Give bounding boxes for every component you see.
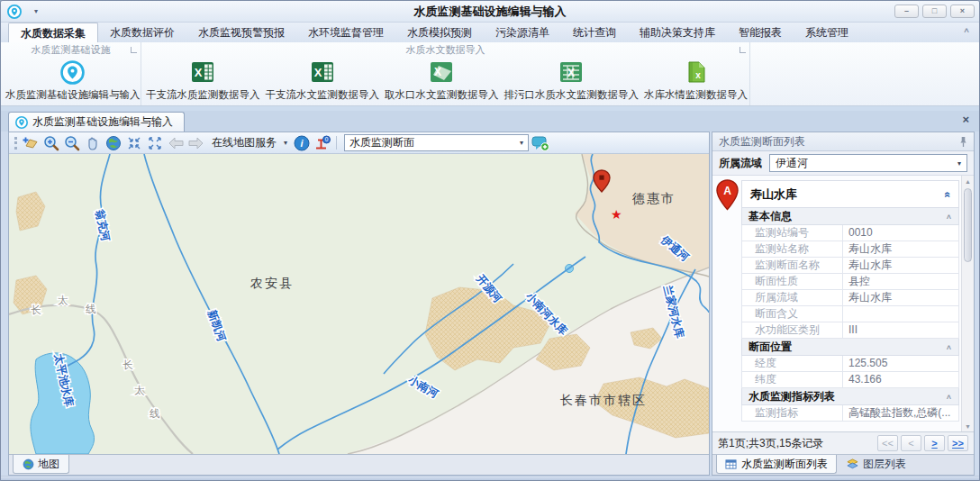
property-row[interactable]: 断面含义 <box>741 306 959 322</box>
document-tab-facility-edit[interactable]: 水质监测基础设施编辑与输入 <box>8 112 185 132</box>
map-toolbar: 在线地图服务 ▾ i 0 水质监测断面 <box>9 132 709 154</box>
btn-import-intake-hydro[interactable]: X 取水口水文监测数据导入 <box>382 58 502 104</box>
basin-filter-row: 所属流域 伊通河 ▾ <box>712 151 974 175</box>
full-extent-button[interactable] <box>104 134 122 152</box>
panel-scrollbar[interactable]: ▲ ▼ <box>961 176 974 431</box>
map-tab-strip: 地图 <box>9 454 709 475</box>
maximize-button[interactable]: □ <box>922 5 947 18</box>
ribbon-tab-data-collect[interactable]: 水质数据采集 <box>8 23 98 42</box>
map-star-marker[interactable]: ★ <box>611 207 622 222</box>
ribbon-tab-monitor-warn[interactable]: 水质监视预警预报 <box>186 23 296 42</box>
chevron-up-icon: ∧ <box>946 343 952 351</box>
dialog-launcher-icon[interactable] <box>740 47 746 53</box>
btn-import-outfall-quality-hydro[interactable]: X 排污口水质水文监测数据导入 <box>502 58 642 104</box>
section-position[interactable]: 断面位置 ∧ <box>741 339 959 356</box>
document-close-icon[interactable]: × <box>962 113 969 125</box>
excel-icon: X <box>191 60 214 84</box>
property-row[interactable]: 水功能区类别 III <box>741 322 959 339</box>
excel-file-icon: x <box>685 60 708 84</box>
identify-button[interactable]: i <box>293 134 311 152</box>
scroll-up-icon[interactable]: ▲ <box>962 176 974 186</box>
scroll-down-icon[interactable]: ▼ <box>962 421 974 431</box>
prev-page-button[interactable]: < <box>901 435 921 451</box>
pushpin-icon[interactable] <box>959 136 967 148</box>
zoom-full-extent-button[interactable] <box>146 134 164 152</box>
pagination-bar: 第1页;共3页,15条记录 << < > >> <box>712 431 974 454</box>
table-icon <box>725 458 737 470</box>
ribbon-tab-simulation[interactable]: 水质模拟预测 <box>395 23 484 42</box>
pan-button[interactable] <box>84 134 102 152</box>
ribbon-collapse-icon[interactable]: ∧ <box>963 26 970 34</box>
combobox-caret-icon: ▾ <box>955 159 964 168</box>
online-map-service-button[interactable]: 在线地图服务 <box>208 135 278 150</box>
ribbon-tab-env-manage[interactable]: 水环境监督管理 <box>296 23 395 42</box>
ribbon-tab-smart-report[interactable]: 智能报表 <box>727 23 794 42</box>
section-basic-info[interactable]: 基本信息 ∧ <box>741 208 959 225</box>
ribbon-tab-system[interactable]: 系统管理 <box>794 23 860 42</box>
property-row[interactable]: 所属流域 寿山水库 <box>741 290 959 306</box>
measure-locate-button[interactable]: 0 <box>313 134 331 152</box>
window-title: 水质监测基础设施编辑与输入 <box>1 4 979 20</box>
zoom-in-button[interactable] <box>42 134 60 152</box>
basin-combobox[interactable]: 伊通河 ▾ <box>769 154 967 172</box>
svg-text:线: 线 <box>150 408 160 419</box>
ribbon-tab-statistics[interactable]: 统计查询 <box>561 23 628 42</box>
tab-section-list[interactable]: 水质监测断面列表 <box>716 455 837 474</box>
property-row[interactable]: 经度 125.505 <box>741 356 959 372</box>
tab-map[interactable]: 地图 <box>13 455 69 474</box>
nav-back-button[interactable] <box>167 134 185 152</box>
add-annotation-button[interactable] <box>531 134 549 152</box>
btn-import-reservoir-regime[interactable]: x 水库水情监测数据导入 <box>641 58 750 104</box>
ribbon-tab-bar: 水质数据采集 水质数据评价 水质监视预警预报 水环境监督管理 水质模拟预测 污染… <box>1 23 979 42</box>
ribbon-tab-data-eval[interactable]: 水质数据评价 <box>98 23 186 42</box>
property-row[interactable]: 监测指标 高锰酸盐指数,总磷(... <box>741 405 959 422</box>
measure-icon: 0 <box>314 135 331 151</box>
info-icon: i <box>294 135 310 151</box>
btn-import-mainstream-hydro[interactable]: X 干支流水文监测数据导入 <box>263 58 383 104</box>
arrows-outward-icon <box>147 135 163 151</box>
globe-icon <box>23 458 34 470</box>
last-page-button[interactable]: >> <box>948 435 968 451</box>
property-row[interactable]: 监测断面名称 寿山水库 <box>741 258 959 274</box>
excel-grid-icon: X <box>559 60 583 84</box>
excel-icon: X <box>311 60 334 84</box>
map-canvas[interactable]: 长 太 线 长 太 线 农安县 德惠市 长春市市辖区 翁克河 新凯河 <box>9 154 709 454</box>
toolbar-grip-handle[interactable] <box>14 137 17 150</box>
nav-forward-button[interactable] <box>187 134 205 152</box>
online-map-caret-icon[interactable]: ▾ <box>281 139 290 147</box>
basin-filter-label: 所属流域 <box>719 156 762 171</box>
scrollbar-thumb[interactable] <box>964 188 972 262</box>
zoom-out-button[interactable] <box>63 134 81 152</box>
ribbon-tab-pollution-list[interactable]: 污染源清单 <box>484 23 561 42</box>
app-window: ▾ 水质监测基础设施编辑与输入 – □ × 水质数据采集 水质数据评价 水质监视… <box>0 0 980 481</box>
select-feature-button[interactable] <box>22 134 40 152</box>
quick-access-caret-icon[interactable]: ▾ <box>34 7 38 15</box>
ribbon-group-import-label: 水质水文数据导入 <box>141 42 749 57</box>
first-page-button[interactable]: << <box>877 435 898 451</box>
property-row[interactable]: 监测站编号 0010 <box>741 225 959 241</box>
svg-text:0: 0 <box>325 136 329 142</box>
property-row[interactable]: 断面性质 县控 <box>741 274 959 290</box>
station-marker-a-icon: A <box>715 179 740 211</box>
ribbon-tab-decision-support[interactable]: 辅助决策支持库 <box>628 23 727 42</box>
property-row[interactable]: 纬度 43.166 <box>741 372 959 388</box>
minimize-button[interactable]: – <box>894 5 919 18</box>
layer-select-combobox[interactable]: 水质监测断面 ▾ <box>344 134 529 151</box>
tab-layer-list[interactable]: 图层列表 <box>839 455 914 474</box>
dialog-launcher-icon[interactable] <box>131 47 137 53</box>
collapse-all-icon[interactable]: « <box>942 191 955 197</box>
station-detail-area: A 寿山水库 « 基本信息 ∧ 监测站编号 0010 <box>712 175 974 431</box>
station-header-row[interactable]: 寿山水库 « <box>741 180 959 208</box>
btn-import-mainstream-quality[interactable]: X 干支流水质监测数据导入 <box>143 58 263 104</box>
svg-text:A: A <box>723 185 731 197</box>
ribbon-empty-area <box>750 42 979 105</box>
zoom-to-selection-button[interactable] <box>125 134 143 152</box>
svg-text:长: 长 <box>122 359 133 370</box>
property-row[interactable]: 监测站名称 寿山水库 <box>741 241 959 258</box>
next-page-button[interactable]: > <box>924 435 945 451</box>
panel-title: 水质监测断面列表 <box>719 134 805 150</box>
svg-text:X: X <box>313 66 322 79</box>
close-button[interactable]: × <box>950 5 975 18</box>
section-indicators[interactable]: 水质监测指标列表 ∧ <box>741 388 959 405</box>
btn-facility-edit-input[interactable]: 水质监测基础设施编辑与输入 <box>3 58 143 104</box>
